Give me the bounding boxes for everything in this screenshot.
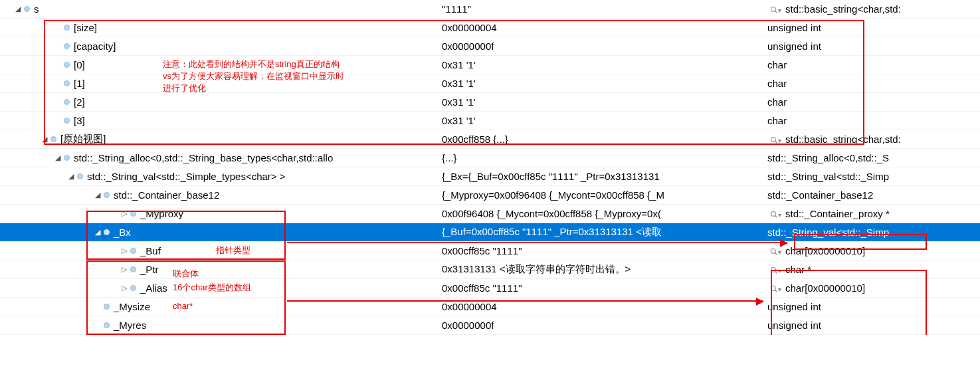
row-type: std::_String_val<std::_Simp [767,227,889,238]
chevron-down-icon[interactable]: ▾ [778,7,781,14]
tree-row[interactable]: ▷_Myproxy0x00f96408 {_Mycont=0x00cff858 … [0,205,980,223]
variable-icon [64,43,70,49]
tree-row[interactable]: [3]0x31 '1'char [0,112,980,130]
variable-icon [77,173,83,179]
expander-closed-icon[interactable]: ▷ [120,265,129,274]
row-type: std::basic_string<char,std: [785,3,901,15]
row-type: unsigned int [767,320,821,331]
row-value: 0x00cff858 {...} [442,134,508,145]
row-name: _Alias [140,282,167,294]
variable-icon [64,80,70,86]
svg-line-1 [775,11,777,13]
tree-row[interactable]: ◢_Bx{_Buf=0x00cff85c "1111" _Ptr=0x31313… [0,223,980,242]
svg-point-0 [771,7,776,12]
row-value: {_Myproxy=0x00f96408 {_Mycont=0x00cff858… [442,189,664,201]
tree-row[interactable]: ▷_Buf0x00cff85c "1111"▾char[0x00000010] [0,242,980,260]
variable-icon [130,266,136,272]
row-value: 0x31 '1' [442,78,476,89]
row-value: 0x00000004 [442,22,497,33]
expander-closed-icon[interactable]: ▷ [120,209,129,219]
row-value: {_Bx={_Buf=0x00cff85c "1111" _Ptr=0x3131… [442,171,660,182]
tree-row[interactable]: [0]0x31 '1'char [0,56,980,74]
tree-row[interactable]: ◢s"1111"▾std::basic_string<char,std: [0,0,980,19]
row-value: 0x31313131 <读取字符串的字符时出错。> [442,263,631,274]
expander-open-icon[interactable]: ◢ [93,191,102,200]
row-type: std::_Container_base12 [767,189,873,201]
tree-row[interactable]: [capacity]0x0000000funsigned int [0,37,980,56]
svg-point-2 [771,138,776,142]
variable-icon [24,6,30,12]
tree-row[interactable]: _Myres0x0000000funsigned int [0,316,980,335]
row-name: _Myproxy [140,208,183,219]
chevron-down-icon[interactable]: ▾ [778,137,781,144]
row-name: std::_Container_base12 [114,189,219,201]
row-type: char * [785,264,811,275]
expander-none [53,23,62,33]
expander-none [53,42,62,51]
row-value: 0x00000004 [442,301,497,312]
row-name: [size] [74,22,97,33]
row-type: std::basic_string<char,std: [785,134,901,145]
row-name: std::_String_alloc<0,std::_String_base_t… [74,152,333,163]
row-value: 0x0000000f [442,41,494,52]
row-value: 0x00cff85c "1111" [442,282,522,294]
expander-closed-icon[interactable]: ▷ [120,284,129,293]
svg-line-9 [775,272,777,274]
chevron-down-icon[interactable]: ▾ [778,286,781,293]
svg-line-7 [775,253,777,255]
chevron-down-icon[interactable]: ▾ [778,248,781,256]
expander-open-icon[interactable]: ◢ [93,228,102,237]
watch-tree[interactable]: ◢s"1111"▾std::basic_string<char,std:[siz… [0,0,980,335]
tree-row[interactable]: _Mysize0x00000004unsigned int [0,298,980,316]
tree-row[interactable]: [size]0x00000004unsigned int [0,19,980,37]
row-type: char [767,78,787,89]
row-type: char[0x00000010] [785,245,865,256]
row-type: std::_String_val<std::_Simp [767,171,889,182]
tree-row[interactable]: ◢[原始视图]0x00cff858 {...}▾std::basic_strin… [0,130,980,149]
svg-point-6 [771,249,776,254]
row-type: char [767,96,787,108]
chevron-down-icon[interactable]: ▾ [778,267,781,274]
row-type: char [767,59,787,70]
variable-icon [104,192,110,198]
variable-icon [130,285,136,291]
expander-closed-icon[interactable]: ▷ [120,246,129,256]
row-name: _Myres [114,320,146,331]
variable-icon [104,322,110,328]
row-name: [capacity] [74,41,116,52]
row-name: _Ptr [140,264,159,275]
row-value: 0x00f96408 {_Mycont=0x00cff858 {_Myproxy… [442,208,661,219]
row-name: [0] [74,59,85,70]
tree-row[interactable]: [1]0x31 '1'char [0,74,980,93]
row-type: char[0x00000010] [785,282,865,294]
row-value: 0x31 '1' [442,96,476,108]
variable-icon [104,229,110,235]
expander-none [53,98,62,107]
row-name: [2] [74,96,85,108]
expander-open-icon[interactable]: ◢ [66,172,76,181]
tree-row[interactable]: ◢std::_Container_base12{_Myproxy=0x00f96… [0,186,980,205]
svg-line-5 [775,216,777,218]
tree-row[interactable]: ◢std::_String_alloc<0,std::_String_base_… [0,149,980,167]
expander-open-icon[interactable]: ◢ [53,153,62,163]
row-value: 0x0000000f [442,320,494,331]
svg-point-4 [771,212,776,217]
row-value: 0x31 '1' [442,115,476,126]
row-type: char [767,115,787,126]
tree-row[interactable]: ◢std::_String_val<std::_Simple_types<cha… [0,167,980,186]
row-type: unsigned int [767,301,821,312]
tree-row[interactable]: ▷_Alias0x00cff85c "1111"▾char[0x00000010… [0,279,980,298]
tree-row[interactable]: [2]0x31 '1'char [0,93,980,112]
expander-open-icon[interactable]: ◢ [13,5,23,14]
row-name: std::_String_val<std::_Simple_types<char… [87,171,286,182]
expander-none [53,60,62,70]
variable-icon [64,155,70,161]
svg-point-10 [771,286,776,291]
row-value: {_Buf=0x00cff85c "1111" _Ptr=0x31313131 … [442,226,662,237]
tree-row[interactable]: ▷_Ptr0x31313131 <读取字符串的字符时出错。>▾char * [0,260,980,279]
chevron-down-icon[interactable]: ▾ [778,211,781,219]
expander-open-icon[interactable]: ◢ [40,135,49,144]
svg-line-3 [775,142,777,144]
row-type: unsigned int [767,22,821,33]
variable-icon [64,25,70,31]
